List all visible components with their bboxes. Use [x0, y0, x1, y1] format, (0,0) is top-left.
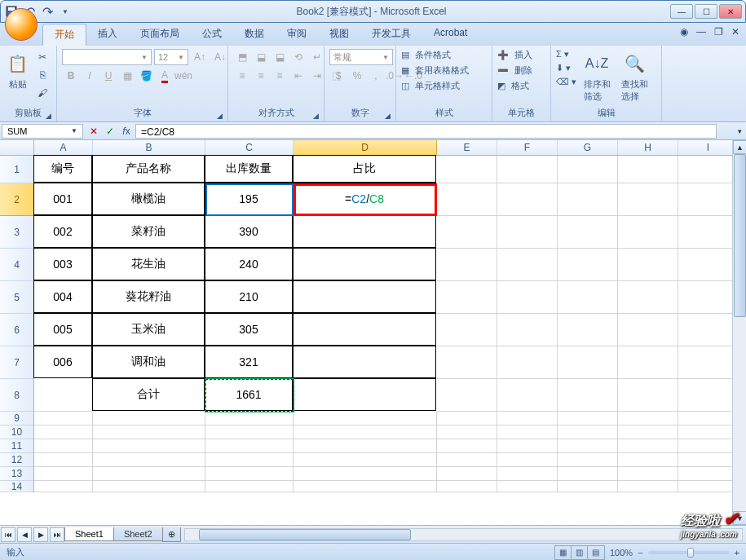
page-break-view-icon[interactable]: ▤ — [588, 546, 604, 559]
prev-sheet-icon[interactable]: ◀ — [17, 527, 32, 542]
fill-color-icon[interactable]: 🪣 — [137, 68, 155, 84]
cell-I13[interactable] — [678, 467, 739, 481]
fill-button[interactable]: ⬇ ▾ — [556, 63, 576, 73]
cell-A6[interactable]: 005 — [33, 313, 92, 346]
cell-I3[interactable] — [678, 216, 739, 249]
cell-styles-button[interactable]: ◫ 单元格样式 — [401, 80, 469, 92]
cell-H14[interactable] — [618, 481, 678, 492]
cell-F5[interactable] — [497, 281, 558, 314]
cell-C11[interactable] — [205, 439, 294, 453]
zoom-level[interactable]: 100% — [610, 548, 633, 558]
dialog-launcher-icon[interactable]: ◢ — [217, 112, 223, 120]
align-center-icon[interactable]: ≡ — [252, 68, 270, 84]
cell-C4[interactable]: 240 — [205, 248, 293, 280]
row-header-9[interactable]: 9 — [0, 412, 33, 426]
conditional-format-button[interactable]: ▤ 条件格式 — [401, 49, 469, 61]
cell-D2[interactable]: =C2/C8 — [293, 183, 436, 215]
cell-E13[interactable] — [437, 467, 497, 481]
cell-G12[interactable] — [558, 453, 618, 467]
row-header-2[interactable]: 2 — [0, 183, 33, 216]
cell-H12[interactable] — [618, 453, 678, 467]
cell-E14[interactable] — [437, 481, 497, 492]
page-layout-view-icon[interactable]: ▥ — [572, 546, 588, 559]
cell-B2[interactable]: 橄榄油 — [92, 183, 205, 215]
cell-G10[interactable] — [558, 426, 618, 439]
cell-A3[interactable]: 002 — [33, 215, 92, 248]
font-size-combo[interactable]: 12▼ — [154, 49, 188, 65]
cell-G5[interactable] — [558, 281, 618, 314]
cell-B6[interactable]: 玉米油 — [92, 313, 205, 346]
tab-review[interactable]: 审阅 — [276, 24, 318, 46]
cell-I10[interactable] — [678, 426, 739, 439]
cell-C10[interactable] — [205, 426, 294, 439]
cell-C6[interactable]: 305 — [205, 313, 293, 346]
cell-D3[interactable] — [293, 215, 436, 248]
cell-F4[interactable] — [497, 249, 558, 281]
border-icon[interactable]: ▦ — [118, 68, 136, 84]
row-header-10[interactable]: 10 — [0, 426, 33, 439]
cell-E10[interactable] — [437, 426, 497, 439]
row-header-11[interactable]: 11 — [0, 439, 33, 453]
cell-E8[interactable] — [437, 379, 497, 412]
zoom-out-icon[interactable]: − — [638, 548, 642, 558]
percent-icon[interactable]: % — [348, 68, 366, 84]
formula-bar[interactable]: =C2/C8 — [135, 124, 717, 139]
new-sheet-icon[interactable]: ⊕ — [162, 527, 181, 542]
cell-F11[interactable] — [497, 439, 558, 453]
cell-F12[interactable] — [497, 453, 558, 467]
cell-I2[interactable] — [678, 183, 739, 216]
row-header-5[interactable]: 5 — [0, 281, 33, 314]
clear-button[interactable]: ⌫ ▾ — [556, 77, 576, 87]
align-top-icon[interactable]: ⬒ — [233, 49, 251, 65]
font-name-combo[interactable]: ▼ — [62, 49, 152, 65]
cell-H9[interactable] — [618, 412, 678, 426]
cell-I8[interactable] — [678, 379, 739, 412]
cell-I5[interactable] — [678, 281, 739, 314]
number-format-combo[interactable]: 常规▼ — [329, 49, 393, 65]
autosum-button[interactable]: Σ ▾ — [556, 49, 576, 60]
cell-B12[interactable] — [93, 453, 205, 467]
cell-A8[interactable] — [34, 379, 93, 412]
bold-icon[interactable]: B — [62, 68, 80, 84]
cell-E2[interactable] — [437, 183, 497, 216]
cell-D9[interactable] — [294, 412, 437, 426]
cell-B1[interactable]: 产品名称 — [92, 155, 205, 183]
close-button[interactable]: ✕ — [719, 4, 742, 19]
font-color-icon[interactable]: A — [156, 68, 174, 84]
format-cells-button[interactable]: ◩ 格式 — [497, 80, 532, 92]
normal-view-icon[interactable]: ▦ — [555, 546, 572, 559]
mdi-restore-icon[interactable]: ❐ — [714, 26, 723, 37]
cell-D6[interactable] — [293, 313, 436, 346]
phonetic-icon[interactable]: wén — [174, 68, 192, 84]
cell-A4[interactable]: 003 — [33, 248, 92, 280]
col-header-F[interactable]: F — [497, 140, 558, 155]
cell-H2[interactable] — [618, 183, 678, 216]
cell-A1[interactable]: 编号 — [33, 155, 92, 183]
col-header-G[interactable]: G — [558, 140, 618, 155]
cell-G8[interactable] — [558, 379, 618, 412]
paste-button[interactable]: 📋 粘贴 — [5, 49, 30, 92]
italic-icon[interactable]: I — [81, 68, 99, 84]
tab-insert[interactable]: 插入 — [86, 24, 129, 46]
cell-C9[interactable] — [205, 412, 294, 426]
cell-F14[interactable] — [497, 481, 558, 492]
cell-B8[interactable]: 合计 — [92, 378, 205, 411]
cell-C13[interactable] — [205, 467, 294, 481]
cell-G11[interactable] — [558, 439, 618, 453]
tab-formulas[interactable]: 公式 — [191, 24, 233, 46]
cell-G9[interactable] — [558, 412, 618, 426]
scroll-up-icon[interactable]: ▲ — [733, 140, 746, 154]
cell-B11[interactable] — [93, 439, 205, 453]
hscroll-thumb[interactable] — [199, 529, 411, 540]
tab-acrobat[interactable]: Acrobat — [422, 24, 479, 46]
dialog-launcher-icon[interactable]: ◢ — [313, 112, 319, 120]
cell-E12[interactable] — [437, 453, 497, 467]
cell-E3[interactable] — [437, 216, 497, 249]
next-sheet-icon[interactable]: ▶ — [33, 527, 48, 542]
cell-F2[interactable] — [497, 183, 558, 216]
cell-E7[interactable] — [437, 346, 497, 379]
cell-H3[interactable] — [618, 216, 678, 249]
cell-C8[interactable]: 1661 — [205, 378, 293, 411]
align-bottom-icon[interactable]: ⬓ — [271, 49, 289, 65]
find-select-button[interactable]: 🔍 查找和 选择 — [617, 49, 651, 104]
